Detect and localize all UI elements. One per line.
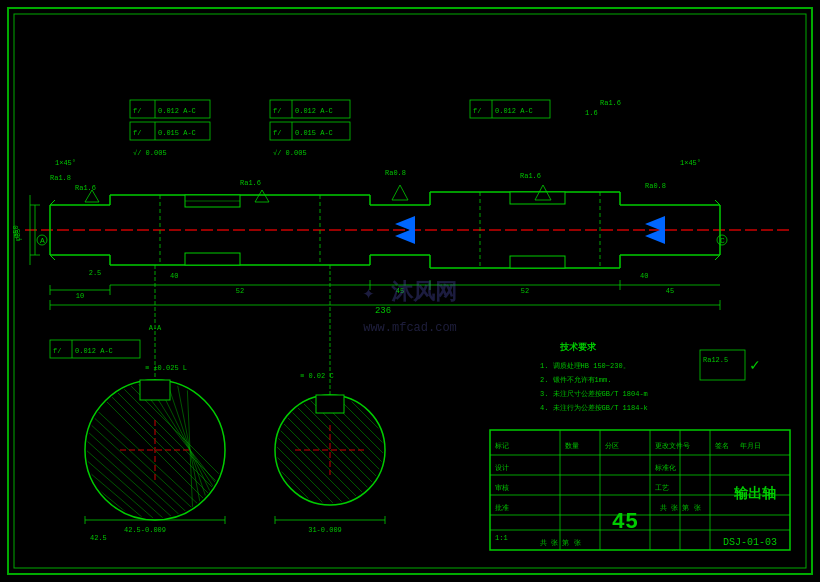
svg-text:1.6: 1.6: [585, 109, 598, 117]
svg-text:更改文件号: 更改文件号: [655, 442, 690, 450]
svg-line-154: [277, 437, 343, 503]
svg-text:0.012 A-C: 0.012 A-C: [495, 107, 533, 115]
svg-text:共   张  第  张: 共 张 第 张: [660, 504, 701, 512]
svg-text:236: 236: [375, 306, 391, 316]
svg-text:2. 锻件不允许有1mm.: 2. 锻件不允许有1mm.: [540, 376, 611, 384]
svg-text:52: 52: [236, 287, 244, 295]
svg-line-158: [277, 477, 303, 503]
svg-text:Ra1.6: Ra1.6: [240, 179, 261, 187]
svg-text:10: 10: [76, 292, 84, 300]
svg-text:Ra1.6: Ra1.6: [600, 99, 621, 107]
svg-text:✓: ✓: [750, 357, 760, 375]
svg-text:技术要求: 技术要求: [559, 342, 597, 353]
svg-text:0.012 A-C: 0.012 A-C: [158, 107, 196, 115]
svg-text:批准: 批准: [495, 504, 509, 512]
svg-text:共  张  第  张: 共 张 第 张: [540, 539, 581, 547]
svg-text:Ra1.6: Ra1.6: [520, 172, 541, 180]
svg-text:√/ 0.005: √/ 0.005: [273, 149, 307, 157]
drawing-area: ✦ 沐风网 www.mfcad.com: [0, 0, 820, 582]
svg-text:1. 调质处理HB 150~230。: 1. 调质处理HB 150~230。: [540, 362, 630, 370]
svg-line-129: [77, 502, 103, 518]
svg-text:C: C: [720, 236, 725, 245]
svg-text:数量: 数量: [565, 442, 579, 450]
svg-text:√/ 0.005: √/ 0.005: [133, 149, 167, 157]
svg-text:年月日: 年月日: [740, 442, 761, 450]
svg-text:0.015 A-C: 0.015 A-C: [158, 129, 196, 137]
svg-text:标准化: 标准化: [654, 464, 676, 472]
svg-line-153: [277, 427, 353, 503]
svg-text:输出轴: 输出轴: [733, 485, 776, 502]
svg-text:f/: f/: [273, 129, 281, 137]
svg-text:f/: f/: [133, 107, 141, 115]
svg-text:40: 40: [640, 272, 648, 280]
svg-rect-132: [140, 380, 170, 400]
svg-text:Ra0.8: Ra0.8: [385, 169, 406, 177]
svg-text:工艺: 工艺: [655, 484, 669, 492]
svg-text:A: A: [40, 236, 45, 245]
svg-text:3. 未注尺寸公差按GB/T 1804-m: 3. 未注尺寸公差按GB/T 1804-m: [540, 390, 648, 398]
svg-line-123: [77, 442, 163, 518]
svg-line-155: [277, 447, 333, 503]
svg-line-125: [77, 462, 143, 518]
svg-text:1×45°: 1×45°: [680, 159, 701, 167]
svg-marker-72: [392, 185, 408, 200]
svg-text:45: 45: [666, 287, 674, 295]
svg-text:审核: 审核: [495, 484, 509, 492]
svg-text:≡ ±0.025 L: ≡ ±0.025 L: [145, 364, 187, 372]
svg-rect-25: [185, 253, 240, 265]
svg-text:签名: 签名: [715, 442, 729, 450]
svg-text:设计: 设计: [495, 464, 509, 472]
svg-text:42.5: 42.5: [90, 534, 107, 542]
svg-text:f/: f/: [133, 129, 141, 137]
svg-rect-162: [316, 395, 344, 413]
svg-text:31-0.009: 31-0.009: [308, 526, 342, 534]
svg-text:42.5-0.009: 42.5-0.009: [124, 526, 166, 534]
svg-text:Ra0.8: Ra0.8: [645, 182, 666, 190]
svg-text:f/: f/: [473, 107, 481, 115]
svg-text:Ra12.5: Ra12.5: [703, 356, 728, 364]
svg-text:Ra1.8: Ra1.8: [50, 174, 71, 182]
svg-rect-26: [510, 192, 565, 204]
svg-marker-71: [255, 190, 269, 202]
svg-text:DSJ-01-03: DSJ-01-03: [723, 537, 777, 548]
svg-text:0.012 A-C: 0.012 A-C: [75, 347, 113, 355]
svg-text:1:1: 1:1: [495, 534, 508, 542]
engineering-drawing: 236 10 52 45 52 45 2.5 φ35 Ra1.6 Ra1: [0, 0, 820, 582]
svg-text:0.015 A-C: 0.015 A-C: [295, 129, 333, 137]
svg-line-127: [77, 482, 123, 518]
svg-text:f/: f/: [273, 107, 281, 115]
svg-rect-27: [510, 256, 565, 268]
svg-text:2.5: 2.5: [89, 269, 102, 277]
svg-text:1×45°: 1×45°: [55, 159, 76, 167]
svg-line-126: [77, 472, 133, 518]
svg-text:≡ 0.02 C: ≡ 0.02 C: [300, 372, 334, 380]
svg-text:0.012 A-C: 0.012 A-C: [295, 107, 333, 115]
svg-text:标记: 标记: [494, 442, 509, 450]
svg-text:52: 52: [521, 287, 529, 295]
svg-text:分区: 分区: [605, 442, 619, 450]
svg-text:4. 未注行为公差按GB/T 1184-k: 4. 未注行为公差按GB/T 1184-k: [540, 404, 648, 412]
svg-text:45: 45: [612, 510, 638, 535]
svg-line-128: [77, 492, 113, 518]
svg-line-149: [357, 397, 383, 423]
svg-line-121: [77, 422, 183, 518]
svg-line-122: [77, 432, 173, 518]
svg-text:f/: f/: [53, 347, 61, 355]
svg-line-148: [347, 397, 383, 433]
svg-text:40: 40: [170, 272, 178, 280]
svg-rect-173: [700, 350, 745, 380]
svg-text:45: 45: [396, 287, 404, 295]
svg-line-157: [277, 467, 313, 503]
svg-text:φ50: φ50: [12, 225, 20, 238]
